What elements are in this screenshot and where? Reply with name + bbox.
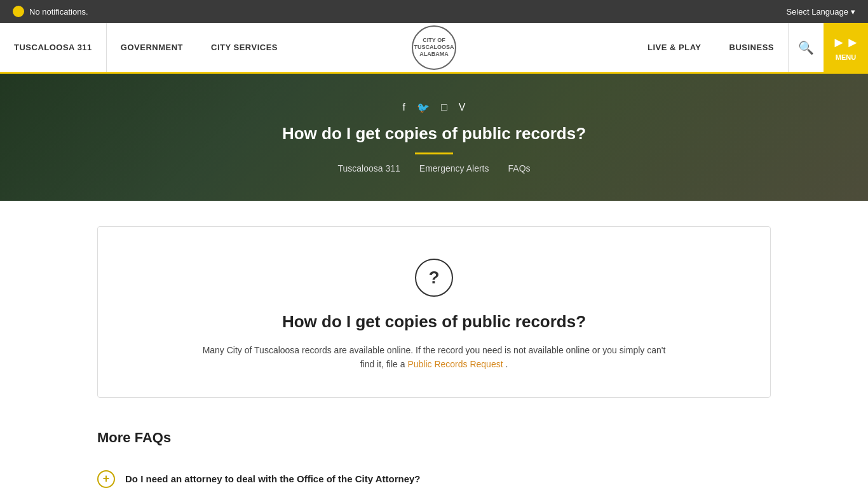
hero-underline [415, 152, 453, 154]
site-logo[interactable]: CITY OF TUSCALOOSA ALABAMA [396, 25, 472, 70]
hero-banner: f 🐦 □ V How do I get copies of public re… [0, 74, 868, 201]
hero-nav-links: Tuscaloosa 311 Emergency Alerts FAQs [337, 163, 530, 173]
nav-tuscaloosa311[interactable]: TUSCALOOSA 311 [0, 23, 107, 72]
menu-label: MENU [836, 53, 856, 61]
faq-question: Do I need an attorney to deal with the O… [125, 473, 420, 484]
logo-circle: CITY OF TUSCALOOSA ALABAMA [412, 25, 456, 70]
faq-expand-icon: + [97, 470, 115, 488]
logo-line3: ALABAMA [419, 51, 449, 58]
nav-links-left: TUSCALOOSA 311 GOVERNMENT CITY SERVICES [0, 23, 396, 72]
language-label: Select Language [786, 7, 848, 17]
facebook-icon[interactable]: f [403, 102, 405, 114]
search-icon: 🔍 [798, 40, 814, 55]
nav-city-services[interactable]: CITY SERVICES [197, 23, 292, 72]
search-button[interactable]: 🔍 [788, 23, 824, 72]
faq-item[interactable]: + Do I need an attorney to deal with the… [97, 459, 771, 488]
nav-links-right: LIVE & PLAY BUSINESS 🔍 ►► MENU [472, 23, 868, 72]
instagram-icon[interactable]: □ [441, 102, 447, 114]
social-links: f 🐦 □ V [403, 102, 466, 114]
faq-list: + Do I need an attorney to deal with the… [97, 459, 771, 488]
logo-line1: CITY OF [423, 37, 445, 44]
faq-card: ? How do I get copies of public records?… [97, 226, 771, 398]
notification-dot [13, 6, 24, 17]
menu-button[interactable]: ►► MENU [824, 23, 868, 72]
logo-line2: TUSCALOOSA [414, 44, 454, 51]
vimeo-icon[interactable]: V [459, 102, 466, 114]
main-nav: TUSCALOOSA 311 GOVERNMENT CITY SERVICES … [0, 23, 868, 74]
hero-title: How do I get copies of public records? [282, 124, 586, 144]
hamburger-icon: ►► [832, 34, 860, 51]
hero-nav-t311[interactable]: Tuscaloosa 311 [337, 163, 400, 173]
chevron-down-icon: ▾ [851, 7, 855, 17]
twitter-icon[interactable]: 🐦 [417, 102, 430, 114]
notification-left: No notifications. [13, 6, 88, 17]
hero-nav-faqs[interactable]: FAQs [508, 163, 531, 173]
notification-bar: No notifications. Select Language ▾ [0, 0, 868, 23]
hero-nav-emergency[interactable]: Emergency Alerts [419, 163, 489, 173]
more-faqs-title: More FAQs [97, 430, 771, 446]
main-content: ? How do I get copies of public records?… [85, 201, 783, 488]
question-mark-icon: ? [415, 259, 453, 297]
faq-card-title: How do I get copies of public records? [123, 312, 745, 332]
public-records-link[interactable]: Public Records Request [407, 359, 503, 369]
nav-government[interactable]: GOVERNMENT [107, 23, 197, 72]
notification-text: No notifications. [29, 7, 88, 17]
faq-body-after: . [505, 359, 508, 369]
nav-live-play[interactable]: LIVE & PLAY [634, 23, 715, 72]
language-selector[interactable]: Select Language ▾ [786, 7, 855, 17]
nav-business[interactable]: BUSINESS [715, 23, 788, 72]
faq-card-body: Many City of Tuscaloosa records are avai… [196, 343, 672, 372]
